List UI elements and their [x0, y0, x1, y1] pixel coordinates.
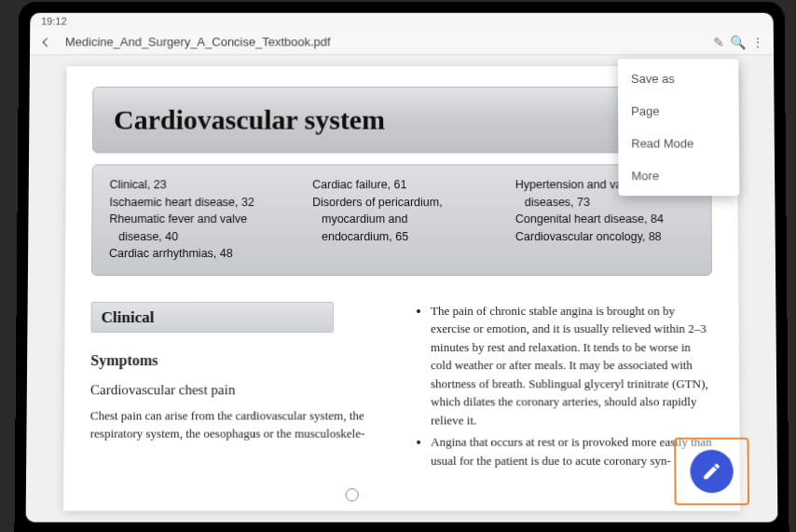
clock: 19:12 [41, 16, 66, 27]
menu-item[interactable]: Read Mode [618, 128, 739, 160]
toc-entry: Congenital heart disease, 84 [515, 211, 694, 227]
menu-item[interactable]: Save as [618, 62, 739, 95]
body-right-column: The pain of chronic stable angina is bro… [416, 302, 714, 473]
toc-entry: diseases, 73 [515, 195, 694, 211]
toc-entry: myocardium and [312, 211, 491, 227]
menu-item[interactable]: Page [618, 95, 739, 128]
toc-entry: Cardiac arrhythmias, 48 [109, 246, 288, 262]
toc-entry: Cardiovascular oncology, 88 [515, 229, 694, 245]
overflow-menu: Save asPageRead ModeMore [618, 59, 740, 196]
body-left-column: Clinical Symptoms Cardiovascular chest p… [89, 302, 388, 473]
body-bullet: Angina that occurs at rest or is provoke… [431, 433, 713, 470]
page-indicator-icon [346, 488, 359, 501]
document-filename: Medicine_And_Surgery_A_Concise_Textbook.… [65, 35, 331, 49]
tablet-screen: 19:12 Medicine_And_Surgery_A_Concise_Tex… [26, 13, 778, 523]
toc-column-2: Cardiac failure, 61Disorders of pericard… [312, 176, 491, 263]
more-icon[interactable]: ⋮ [751, 34, 764, 49]
toc-entry: Rheumatic fever and valve [109, 211, 288, 227]
toc-entry: Disorders of pericardium, [312, 195, 491, 211]
menu-item[interactable]: More [618, 159, 739, 192]
section-heading: Clinical [90, 302, 333, 334]
toc-entry: endocardium, 65 [312, 229, 491, 245]
pencil-icon [701, 461, 721, 482]
device-frame: 19:12 Medicine_And_Surgery_A_Concise_Tex… [14, 2, 789, 532]
toc-column-1: Clinical, 23Ischaemic heart disease, 32R… [109, 176, 288, 263]
edit-fab-button[interactable] [690, 450, 734, 493]
pdf-toolbar: Medicine_And_Surgery_A_Concise_Textbook.… [30, 30, 774, 56]
subheading-symptoms: Symptoms [90, 349, 388, 372]
body-paragraph: Chest pain can arise from the cardiovasc… [90, 406, 388, 443]
chapter-title: Cardiovascular system [114, 104, 690, 136]
subheading-chest-pain: Cardiovascular chest pain [90, 379, 388, 401]
toc-entry: disease, 40 [109, 229, 288, 245]
toc-entry: Clinical, 23 [110, 177, 289, 193]
search-icon[interactable]: 🔍 [730, 34, 746, 49]
body-bullet: The pain of chronic stable angina is bro… [431, 302, 713, 430]
back-icon[interactable] [39, 35, 52, 48]
toc-entry: Cardiac failure, 61 [312, 177, 491, 193]
fab-highlight-box [674, 438, 749, 506]
toc-entry: Ischaemic heart disease, 32 [109, 195, 288, 211]
status-bar: 19:12 [30, 13, 774, 30]
pen-tool-icon[interactable]: ✎ [713, 34, 724, 49]
